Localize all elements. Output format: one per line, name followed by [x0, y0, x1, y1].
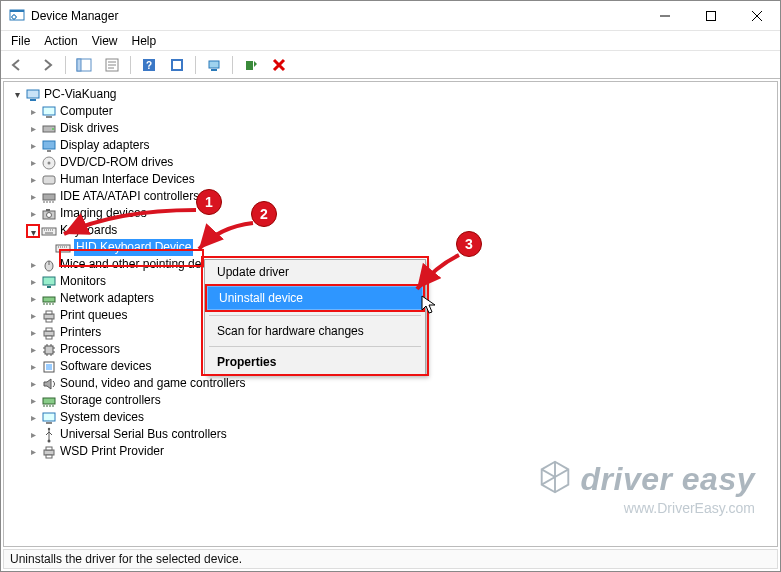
svg-rect-49	[44, 450, 54, 455]
menubar: File Action View Help	[1, 31, 780, 51]
back-button[interactable]	[7, 54, 31, 76]
tree-node-sound[interactable]: Sound, video and game controllers	[10, 375, 777, 392]
show-hide-tree-button[interactable]	[72, 54, 96, 76]
annotation-arrow-3	[411, 251, 471, 296]
software-icon	[40, 359, 58, 375]
close-button[interactable]	[734, 1, 780, 31]
cpu-icon	[40, 342, 58, 358]
svg-rect-5	[77, 59, 81, 71]
expand-icon[interactable]	[26, 188, 40, 205]
app-icon	[9, 8, 25, 24]
maximize-button[interactable]	[688, 1, 734, 31]
expand-icon[interactable]	[26, 341, 40, 358]
tree-label: DVD/CD-ROM drives	[60, 154, 173, 171]
svg-point-47	[48, 439, 51, 442]
expand-icon[interactable]	[26, 205, 40, 222]
update-driver-button[interactable]	[165, 54, 189, 76]
hid-icon	[40, 172, 58, 188]
menu-help[interactable]: Help	[132, 34, 157, 48]
forward-button[interactable]	[35, 54, 59, 76]
expand-icon[interactable]	[26, 256, 40, 273]
annotation-badge-1: 1	[196, 189, 222, 215]
help-button[interactable]: ?	[137, 54, 161, 76]
window-title: Device Manager	[31, 9, 118, 23]
expand-icon[interactable]	[26, 290, 40, 307]
tree-node-dvd[interactable]: DVD/CD-ROM drives	[10, 154, 777, 171]
svg-rect-10	[173, 61, 181, 69]
expand-icon[interactable]	[26, 307, 40, 324]
menu-properties[interactable]: Properties	[205, 350, 425, 374]
expand-icon[interactable]	[26, 358, 40, 375]
status-text: Uninstalls the driver for the selected d…	[10, 552, 242, 566]
tree-label: Print queues	[60, 307, 127, 324]
svg-rect-20	[43, 141, 55, 149]
annotation-arrow-2	[191, 219, 261, 259]
menu-file[interactable]: File	[11, 34, 30, 48]
tree-label: Display adapters	[60, 137, 149, 154]
expand-icon[interactable]	[26, 375, 40, 392]
disk-icon	[40, 121, 58, 137]
expand-icon[interactable]	[26, 443, 40, 460]
menu-action[interactable]: Action	[44, 34, 77, 48]
storage-icon	[40, 393, 58, 409]
svg-rect-24	[43, 176, 55, 184]
watermark-brand: driver easy	[580, 461, 755, 497]
expand-icon[interactable]	[26, 171, 40, 188]
add-legacy-button[interactable]	[239, 54, 263, 76]
menu-scan-hardware[interactable]: Scan for hardware changes	[205, 319, 425, 343]
tree-node-ide[interactable]: IDE ATA/ATAPI controllers	[10, 188, 777, 205]
tree-node-disk[interactable]: Disk drives	[10, 120, 777, 137]
expand-icon[interactable]	[26, 103, 40, 120]
menu-separator	[209, 346, 421, 347]
tree-label: Printers	[60, 324, 101, 341]
tree-node-display[interactable]: Display adapters	[10, 137, 777, 154]
svg-rect-40	[46, 336, 52, 339]
menu-update-driver[interactable]: Update driver	[205, 260, 425, 284]
annotation-badge-3: 3	[456, 231, 482, 257]
svg-rect-14	[27, 90, 39, 98]
expand-icon[interactable]	[26, 273, 40, 290]
svg-point-19	[52, 128, 54, 130]
expand-icon[interactable]	[26, 120, 40, 137]
uninstall-button[interactable]	[267, 54, 291, 76]
menu-uninstall-device[interactable]: Uninstall device	[205, 284, 425, 312]
tree-label: Universal Serial Bus controllers	[60, 426, 227, 443]
scan-hardware-button[interactable]	[202, 54, 226, 76]
tree-node-system[interactable]: System devices	[10, 409, 777, 426]
svg-rect-33	[47, 286, 51, 288]
tree-node-storage[interactable]: Storage controllers	[10, 392, 777, 409]
usb-icon	[40, 427, 58, 443]
pc-icon	[40, 104, 58, 120]
tree-node-usb[interactable]: Universal Serial Bus controllers	[10, 426, 777, 443]
svg-rect-51	[46, 455, 52, 458]
expand-icon[interactable]	[26, 137, 40, 154]
svg-rect-38	[44, 331, 54, 336]
expand-icon[interactable]	[10, 86, 24, 103]
svg-rect-39	[46, 328, 52, 331]
expand-icon[interactable]	[26, 426, 40, 443]
properties-button[interactable]	[100, 54, 124, 76]
tree-label: Software devices	[60, 358, 151, 375]
svg-point-27	[47, 212, 52, 217]
expand-icon[interactable]	[26, 324, 40, 341]
expand-icon[interactable]	[26, 154, 40, 171]
svg-rect-43	[46, 364, 52, 370]
svg-rect-12	[211, 69, 217, 71]
svg-point-23	[48, 161, 51, 164]
expand-icon[interactable]	[26, 409, 40, 426]
tree-root[interactable]: PC-ViaKuang	[10, 86, 777, 103]
annotation-badge-2: 2	[251, 201, 277, 227]
svg-rect-28	[46, 209, 50, 211]
display-icon	[40, 138, 58, 154]
dvd-icon	[40, 155, 58, 171]
svg-rect-37	[46, 319, 52, 322]
tree-node-hid[interactable]: Human Interface Devices	[10, 171, 777, 188]
tree-node-computer[interactable]: Computer	[10, 103, 777, 120]
tree-label: Storage controllers	[60, 392, 161, 409]
menu-view[interactable]: View	[92, 34, 118, 48]
expand-icon[interactable]	[26, 392, 40, 409]
computer-icon	[24, 87, 42, 103]
tree-label: Monitors	[60, 273, 106, 290]
expand-icon[interactable]	[26, 224, 40, 238]
minimize-button[interactable]	[642, 1, 688, 31]
